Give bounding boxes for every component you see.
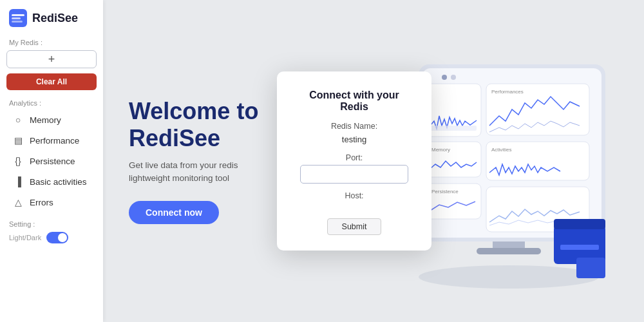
sidebar-item-basic-activities[interactable]: ▐ Basic activities — [4, 172, 99, 191]
sidebar-item-persistence-label: Persistence — [30, 156, 75, 166]
setting-label: Setting : — [0, 213, 103, 229]
svg-rect-3 — [12, 21, 23, 23]
port-group: Port: — [300, 153, 408, 184]
theme-toggle-row: Light/Dark — [0, 229, 103, 249]
analytics-label: Analytics : — [0, 93, 103, 109]
memory-icon: ○ — [13, 115, 23, 125]
redis-name-value: testing — [300, 133, 408, 146]
svg-rect-24 — [560, 245, 599, 250]
sidebar: RediSee My Redis : + Clear All Analytics… — [0, 0, 103, 322]
svg-text:Performances: Performances — [491, 89, 524, 95]
host-label: Host: — [300, 191, 408, 200]
persistence-icon: {} — [13, 156, 23, 166]
svg-rect-6 — [477, 248, 541, 254]
connect-modal: Connect with your Redis Redis Name: test… — [277, 71, 431, 251]
svg-text:Activities: Activities — [491, 147, 512, 153]
svg-rect-2 — [12, 17, 21, 19]
sidebar-item-performance-label: Performance — [30, 136, 79, 146]
port-label: Port: — [300, 153, 408, 162]
svg-rect-23 — [554, 219, 605, 229]
svg-text:Memory: Memory — [431, 147, 450, 153]
toggle-label: Light/Dark — [9, 234, 41, 242]
clear-all-button[interactable]: Clear All — [6, 73, 97, 90]
svg-point-4 — [419, 265, 599, 289]
sidebar-item-performance[interactable]: ▤ Performance — [4, 131, 99, 150]
sidebar-item-errors-label: Errors — [30, 198, 53, 207]
toggle-slider-visual — [46, 232, 68, 243]
port-input[interactable] — [300, 165, 408, 184]
redis-name-label: Redis Name: — [300, 122, 408, 131]
sidebar-item-basic-activities-label: Basic activities — [30, 177, 87, 187]
host-group: Host: — [300, 191, 408, 209]
modal-title: Connect with your Redis — [300, 90, 408, 113]
performance-icon: ▤ — [13, 135, 23, 146]
connect-now-button[interactable]: Connect now — [129, 201, 219, 224]
svg-point-9 — [442, 75, 447, 80]
welcome-title-line1: Welcome to — [129, 98, 258, 124]
sidebar-item-memory-label: Memory — [30, 115, 61, 125]
svg-rect-25 — [576, 258, 605, 278]
basic-activities-icon: ▐ — [13, 176, 23, 187]
svg-text:Persistence: Persistence — [431, 189, 459, 194]
svg-rect-1 — [12, 14, 24, 16]
app-name: RediSee — [32, 12, 78, 25]
welcome-section: Welcome to RediSee Get live data from yo… — [129, 98, 258, 223]
welcome-title: Welcome to RediSee — [129, 98, 258, 151]
submit-button[interactable]: Submit — [327, 218, 382, 235]
redis-name-group: Redis Name: testing — [300, 122, 408, 146]
add-redis-button[interactable]: + — [6, 50, 97, 68]
errors-icon: △ — [13, 197, 23, 207]
logo-area: RediSee — [0, 0, 103, 33]
sidebar-item-errors[interactable]: △ Errors — [4, 193, 99, 212]
my-redis-label: My Redis : — [0, 33, 103, 48]
sidebar-item-memory[interactable]: ○ Memory — [4, 110, 99, 129]
welcome-title-line2: RediSee — [129, 125, 220, 151]
theme-toggle[interactable] — [46, 232, 68, 243]
sidebar-item-persistence[interactable]: {} Persistence — [4, 151, 99, 171]
welcome-subtitle: Get live data from your redis lightweigh… — [129, 159, 258, 185]
app-logo-icon — [9, 9, 27, 27]
main-content: Welcome to RediSee Get live data from yo… — [103, 0, 644, 322]
svg-rect-20 — [430, 126, 477, 131]
svg-point-10 — [451, 75, 456, 80]
